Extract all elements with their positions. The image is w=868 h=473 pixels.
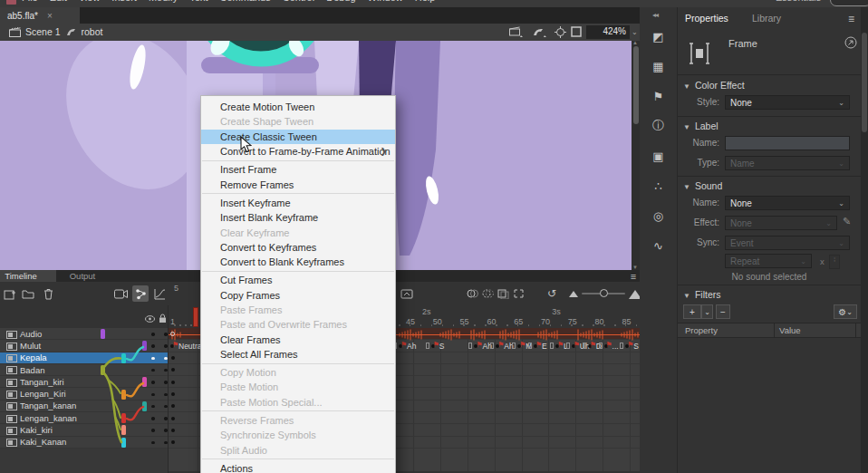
context-menu-item-actions[interactable]: Actions [201, 461, 395, 473]
context-menu-item-create-motion-tween[interactable]: Create Motion Tween [201, 100, 395, 114]
context-menu-item-cut-frames[interactable]: Cut Frames [201, 273, 395, 287]
edit-multiple-frames-button[interactable] [495, 285, 511, 302]
frame-end-marker[interactable] [583, 343, 586, 349]
properties-scrollbar[interactable] [861, 7, 868, 473]
history-panel-icon[interactable]: ∿ [650, 236, 668, 255]
menu-window[interactable]: Window [368, 0, 403, 3]
zoom-caret-icon[interactable]: ⌄ [632, 28, 638, 36]
context-menu-item-clear-frames[interactable]: Clear Frames [201, 332, 395, 346]
brush-panel-icon[interactable]: ∴ [650, 177, 668, 195]
frame-end-marker[interactable] [550, 343, 554, 349]
menu-control[interactable]: Control [283, 0, 314, 3]
keyframe-dot[interactable] [171, 404, 175, 408]
clip-content-icon[interactable] [571, 26, 582, 39]
info-panel-icon[interactable]: ⓘ [650, 117, 668, 135]
context-menu-item-create-classic-tween[interactable]: Create Classic Tween [201, 130, 395, 144]
align-panel-icon[interactable]: ⚑ [650, 87, 668, 105]
new-folder-button[interactable] [20, 285, 36, 302]
frame-end-marker[interactable] [426, 343, 429, 349]
add-filter-caret[interactable]: ⌄ [701, 304, 713, 319]
properties-panel-menu-icon[interactable]: ≡ [848, 13, 854, 25]
tab-timeline[interactable]: Timeline [0, 270, 56, 282]
document-tab[interactable]: ab5.fla* × [0, 7, 80, 24]
breadcrumb-scene[interactable]: Scene 1 [25, 26, 61, 37]
menu-text[interactable]: Text [189, 0, 207, 3]
edit-symbols-button[interactable] [533, 26, 546, 39]
frame-end-marker[interactable] [512, 343, 516, 349]
add-camera-button[interactable] [112, 285, 129, 302]
tab-output[interactable]: Output [58, 270, 107, 282]
frame-end-marker[interactable] [468, 343, 472, 349]
context-menu-item-insert-keyframe[interactable]: Insert Keyframe [201, 196, 395, 210]
frame-end-marker[interactable] [566, 343, 570, 349]
color-panel-icon[interactable]: ◩ [650, 27, 668, 45]
keyframe-dot[interactable] [171, 368, 175, 372]
insert-marker-button[interactable] [399, 285, 415, 302]
keyframe-dot[interactable] [171, 417, 175, 420]
help-icon[interactable] [844, 36, 857, 49]
edit-sound-pencil-icon[interactable]: ✎ [843, 216, 851, 227]
modify-markers-button[interactable] [510, 285, 526, 302]
collapse-dock-icon[interactable]: ◂◂ [652, 11, 658, 19]
keyframe-dot[interactable] [171, 356, 175, 360]
remove-filter-button[interactable]: − [716, 304, 730, 319]
frame-end-marker[interactable] [599, 343, 603, 349]
edit-scene-button[interactable] [509, 26, 523, 39]
menu-debug[interactable]: Debug [326, 0, 355, 3]
search-input[interactable] [830, 0, 868, 6]
visibility-eye-icon[interactable] [145, 315, 155, 323]
keyframe-dot[interactable] [171, 429, 175, 432]
center-stage-icon[interactable] [555, 26, 566, 40]
section-filters[interactable]: ▼Filters [683, 289, 721, 300]
menu-insert[interactable]: Insert [111, 0, 137, 3]
context-menu-item-select-all-frames[interactable]: Select All Frames [201, 347, 395, 362]
onion-skin-button[interactable] [464, 285, 480, 302]
frame-end-marker[interactable] [528, 343, 532, 349]
menu-file[interactable]: File [22, 0, 38, 3]
scrollbar-thumb[interactable] [633, 46, 639, 124]
context-menu-item-copy-frames[interactable]: Copy Frames [201, 288, 395, 303]
tab-properties[interactable]: Properties [685, 13, 728, 24]
style-dropdown[interactable]: None⌄ [725, 95, 850, 110]
context-menu-item-remove-frames[interactable]: Remove Frames [201, 177, 395, 191]
keyframe-dot[interactable] [171, 381, 175, 384]
label-name-input[interactable] [725, 136, 850, 150]
menu-help[interactable]: Help [415, 0, 436, 3]
delete-layer-button[interactable] [40, 285, 56, 302]
menu-view[interactable]: View [79, 0, 101, 3]
context-menu-item-convert-to-frame-by-frame-animation[interactable]: Convert to Frame-by-Frame Animation❯ [201, 144, 395, 159]
breadcrumb-symbol[interactable]: robot [82, 26, 103, 37]
frame-size-slider-knob[interactable] [600, 289, 608, 297]
frame-end-marker[interactable] [490, 343, 494, 349]
keyframe-dot[interactable] [171, 440, 175, 444]
context-menu-item-convert-to-blank-keyframes[interactable]: Convert to Blank Keyframes [201, 255, 395, 269]
workspace-switcher[interactable]: Essentials [776, 0, 821, 3]
add-filter-button[interactable]: + [683, 304, 701, 319]
menu-edit[interactable]: Edit [50, 0, 67, 3]
frame-end-marker[interactable] [620, 343, 623, 349]
loop-playback-icon[interactable]: ↺ [544, 285, 560, 302]
graph-editor-button[interactable] [151, 285, 168, 302]
lock-icon[interactable] [159, 314, 167, 323]
playhead[interactable] [193, 307, 198, 327]
context-menu-item-insert-frame[interactable]: Insert Frame [201, 162, 395, 177]
tab-library[interactable]: Library [752, 13, 781, 24]
onion-skin-outlines-button[interactable] [479, 285, 496, 302]
cc-libraries-panel-icon[interactable]: ◎ [650, 207, 668, 225]
scroll-up-icon[interactable]: ▲ [632, 40, 638, 45]
show-parenting-view-button[interactable] [132, 285, 149, 302]
section-label[interactable]: ▼Label [683, 121, 719, 131]
transform-panel-icon[interactable]: ▣ [650, 147, 668, 165]
section-color-effect[interactable]: ▼Color Effect [683, 80, 745, 91]
timeline-panel-menu-icon[interactable]: ≡ [627, 270, 640, 282]
stage-zoom-select[interactable]: 424% [586, 25, 630, 39]
context-menu-item-convert-to-keyframes[interactable]: Convert to Keyframes [201, 240, 395, 255]
filter-options-gear-button[interactable]: ⚙ ⌄ [834, 304, 857, 319]
zoom-frames-out-icon[interactable] [565, 285, 582, 302]
section-sound[interactable]: ▼Sound [683, 180, 722, 191]
menu-commands[interactable]: Commands [219, 0, 270, 3]
swatches-panel-icon[interactable]: ▦ [650, 57, 668, 75]
keyframe-dot[interactable] [171, 392, 175, 396]
context-menu-item-insert-blank-keyframe[interactable]: Insert Blank Keyframe [201, 210, 395, 225]
close-tab-icon[interactable]: × [47, 11, 53, 21]
